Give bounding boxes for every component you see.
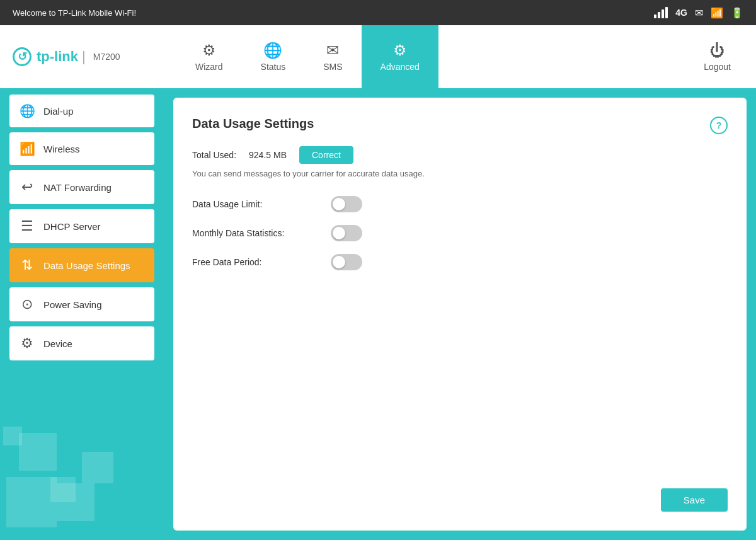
correct-button[interactable]: Correct [299, 146, 353, 164]
sidebar-item-datausage[interactable]: ⇅ Data Usage Settings [9, 248, 154, 282]
toggle-track-0 [331, 196, 362, 212]
data-usage-limit-row: Data Usage Limit: [192, 196, 728, 212]
total-used-value: 924.5 MB [249, 150, 287, 160]
tab-advanced-label: Advanced [381, 62, 420, 72]
device-icon: ⚙ [20, 335, 35, 352]
header: ↺ tp-link | M7200 ⚙ Wizard 🌐 Status ✉ SM… [0, 25, 756, 88]
decorative-shapes [0, 414, 164, 540]
logout-label: Logout [704, 62, 731, 72]
status-icons: 4G ✉ 📶 🔋 [654, 7, 743, 19]
sms-icon: ✉ [326, 42, 339, 59]
sidebar-item-dialup[interactable]: 🌐 Dial-up [9, 95, 154, 127]
welcome-text: Welcome to TP-Link Mobile Wi-Fi! [13, 8, 136, 18]
network-type: 4G [675, 8, 687, 18]
tab-sms-label: SMS [323, 62, 342, 72]
monthly-data-row: Monthly Data Statistics: [192, 225, 728, 241]
datausage-icon: ⇅ [20, 257, 35, 273]
wizard-icon: ⚙ [202, 42, 216, 59]
content-area: Data Usage Settings ? Total Used: 924.5 … [164, 88, 756, 540]
sidebar-item-nat[interactable]: ↩ NAT Forwarding [9, 170, 154, 204]
total-used-row: Total Used: 924.5 MB Correct [192, 146, 728, 164]
save-button[interactable]: Save [661, 488, 728, 512]
content-panel: Data Usage Settings ? Total Used: 924.5 … [173, 98, 747, 531]
signal-icon [654, 7, 668, 18]
sidebar-label-dialup: Dial-up [43, 106, 74, 117]
logo-icon: ↺ [13, 47, 32, 66]
free-data-period-row: Free Data Period: [192, 254, 728, 270]
dialup-icon: 🌐 [20, 103, 35, 118]
total-used-label: Total Used: [192, 150, 236, 160]
sidebar-item-wireless[interactable]: 📶 Wireless [9, 132, 154, 165]
free-data-period-toggle[interactable] [331, 254, 362, 270]
powersaving-icon: ⊙ [20, 296, 35, 313]
logo-area: ↺ tp-link | M7200 [13, 47, 176, 66]
toggle-thumb-1 [333, 227, 345, 239]
wifi-icon: 📶 [711, 7, 723, 19]
logout-button[interactable]: ⏻ Logout [691, 42, 743, 72]
sidebar-label-dhcp: DHCP Server [43, 221, 101, 232]
sidebar-label-datausage: Data Usage Settings [43, 260, 130, 271]
tab-sms[interactable]: ✉ SMS [304, 25, 361, 88]
sidebar-item-device[interactable]: ⚙ Device [9, 326, 154, 360]
tab-wizard-label: Wizard [195, 62, 223, 72]
tab-status-label: Status [261, 62, 286, 72]
tab-advanced[interactable]: ⚙ Advanced [362, 25, 438, 88]
sidebar-item-powersaving[interactable]: ⊙ Power Saving [9, 287, 154, 321]
hint-text: You can send messages to your carrier fo… [192, 169, 728, 178]
toggle-track-1 [331, 225, 362, 241]
logo-text: tp-link | M7200 [37, 49, 120, 65]
sidebar-label-device: Device [43, 338, 72, 349]
panel-title: Data Usage Settings [192, 117, 728, 131]
dhcp-icon: ☰ [20, 218, 35, 234]
free-data-period-label: Free Data Period: [192, 257, 331, 267]
logout-icon: ⏻ [710, 42, 725, 59]
toggle-thumb-2 [333, 256, 345, 268]
status-icon: 🌐 [263, 42, 282, 59]
status-bar: Welcome to TP-Link Mobile Wi-Fi! 4G ✉ 📶 … [0, 0, 756, 25]
monthly-data-label: Monthly Data Statistics: [192, 228, 331, 238]
sidebar-label-wireless: Wireless [43, 144, 80, 154]
advanced-icon: ⚙ [393, 42, 407, 59]
toggle-thumb-0 [333, 198, 345, 210]
main: 🌐 Dial-up 📶 Wireless ↩ NAT Forwarding ☰ … [0, 88, 756, 540]
nat-icon: ↩ [20, 179, 35, 195]
toggle-track-2 [331, 254, 362, 270]
save-button-row: Save [661, 488, 728, 512]
mail-icon: ✉ [695, 7, 703, 19]
monthly-data-toggle[interactable] [331, 225, 362, 241]
sidebar-label-powersaving: Power Saving [43, 299, 102, 310]
nav-tabs: ⚙ Wizard 🌐 Status ✉ SMS ⚙ Advanced [176, 25, 691, 88]
battery-icon: 🔋 [731, 7, 743, 19]
data-usage-limit-label: Data Usage Limit: [192, 199, 331, 209]
tab-status[interactable]: 🌐 Status [242, 25, 305, 88]
sidebar-label-nat: NAT Forwarding [43, 182, 112, 193]
sidebar-item-dhcp[interactable]: ☰ DHCP Server [9, 209, 154, 243]
sidebar: 🌐 Dial-up 📶 Wireless ↩ NAT Forwarding ☰ … [0, 88, 164, 540]
help-button[interactable]: ? [710, 117, 728, 134]
wireless-icon: 📶 [20, 141, 35, 156]
data-usage-limit-toggle[interactable] [331, 196, 362, 212]
tab-wizard[interactable]: ⚙ Wizard [176, 25, 242, 88]
